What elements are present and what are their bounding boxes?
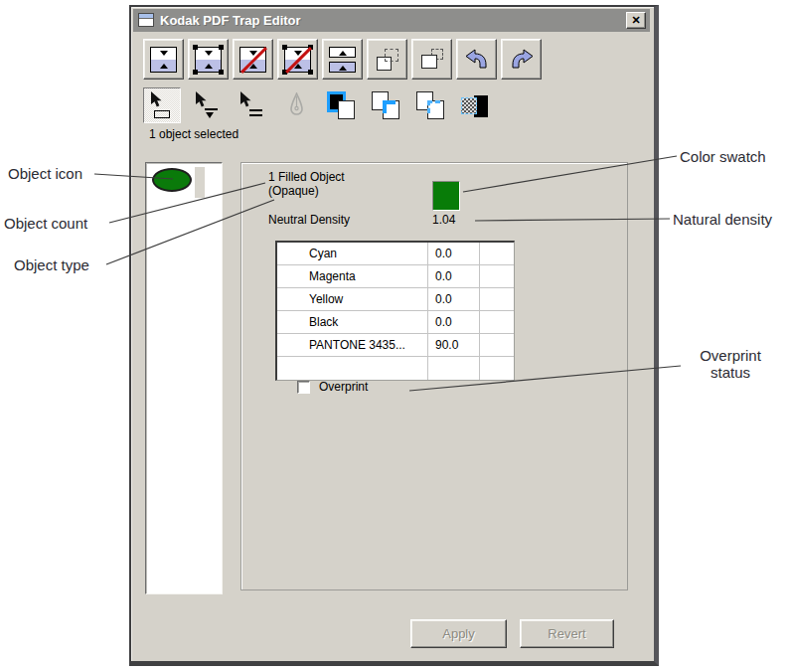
ink-swatch-cell [277, 243, 299, 264]
select-edge-tool[interactable] [233, 87, 270, 123]
ink-extra-cell [479, 265, 514, 287]
pen-tool-icon [287, 92, 306, 118]
selection-status: 1 object selected [149, 127, 238, 141]
pen-tool[interactable] [277, 87, 315, 123]
ink-extra-cell [479, 288, 514, 310]
ink-swatch-cell [277, 265, 299, 287]
overprint-checkbox[interactable] [297, 381, 310, 394]
trap-off-icon [239, 47, 266, 73]
table-row[interactable]: PANTONE 3435... 90.0 [277, 334, 514, 357]
ink-swatch-cell [277, 357, 299, 380]
paste-trap-icon [418, 46, 445, 73]
undo-button[interactable] [456, 39, 497, 80]
ink-extra-cell [479, 334, 514, 356]
object-corner-dashed-tool[interactable] [411, 87, 449, 123]
ink-name: Black [299, 311, 427, 333]
object-mask-tool[interactable] [456, 87, 494, 123]
window-icon [138, 13, 154, 27]
object-corner-tool[interactable] [367, 87, 404, 123]
ink-value [427, 357, 479, 380]
object-type-text: (Opaque) [268, 184, 319, 198]
ink-table: Cyan 0.0 Magenta 0.0 Yellow 0.0 [275, 241, 515, 381]
callout-object-count: Object count [4, 215, 87, 232]
table-row[interactable]: Black 0.0 [277, 311, 514, 334]
callout-color-swatch: Color swatch [680, 148, 766, 165]
trap-zone-selected-button[interactable] [188, 39, 229, 80]
trap-editor-dialog: Kodak PDF Trap Editor ✕ [129, 5, 659, 666]
ink-extra-cell [479, 243, 514, 264]
table-row[interactable]: Magenta 0.0 [277, 265, 514, 288]
trap-zone-button[interactable] [143, 39, 184, 80]
trap-zone-icon [150, 47, 177, 73]
object-details-panel: 1 Filled Object (Opaque) Neutral Density… [240, 162, 628, 590]
object-count-text: 1 Filled Object [268, 170, 345, 184]
ink-extra-cell [479, 311, 514, 333]
ink-name [299, 357, 427, 380]
callout-overprint-line2: status [684, 364, 777, 381]
ink-name: PANTONE 3435... [299, 334, 427, 356]
object-corner-icon [372, 91, 400, 120]
callout-natural-density: Natural density [673, 211, 772, 228]
table-row-empty [277, 357, 514, 380]
callout-overprint-line1: Overprint [684, 347, 777, 364]
table-row[interactable]: Cyan 0.0 [277, 243, 514, 265]
object-front-fill-tool[interactable] [322, 87, 360, 123]
trap-direction-icon [329, 47, 356, 73]
callout-object-icon: Object icon [8, 165, 82, 182]
trap-zone-selected-icon [195, 47, 222, 73]
object-list[interactable] [145, 162, 223, 594]
ink-swatch-cell [277, 334, 299, 356]
paste-trap-button[interactable] [411, 39, 452, 80]
ink-name: Yellow [299, 288, 427, 310]
overprint-label: Overprint [319, 380, 368, 394]
neutral-density-value: 1.04 [432, 213, 455, 227]
trap-off-button[interactable] [233, 39, 273, 80]
select-trap-tool-icon [195, 91, 219, 119]
object-mask-icon [461, 91, 490, 120]
select-object-tool[interactable] [143, 87, 181, 123]
ink-value[interactable]: 0.0 [427, 288, 479, 310]
trap-off-selected-button[interactable] [277, 39, 318, 80]
trap-direction-button[interactable] [322, 39, 363, 80]
select-object-tool-icon [150, 91, 174, 119]
figure-canvas: Kodak PDF Trap Editor ✕ [0, 0, 791, 672]
color-swatch [432, 181, 460, 211]
select-trap-tool[interactable] [188, 87, 226, 123]
redo-icon [510, 49, 534, 70]
revert-button[interactable]: Revert [520, 619, 614, 648]
ink-name: Magenta [299, 265, 427, 287]
object-thumbnail-shadow [195, 167, 205, 198]
redo-button[interactable] [501, 39, 542, 80]
ink-value[interactable]: 0.0 [427, 311, 479, 333]
callout-overprint-status: Overprint status [684, 347, 777, 381]
ink-value[interactable]: 0.0 [427, 265, 479, 287]
window-title: Kodak PDF Trap Editor [160, 13, 301, 28]
ink-swatch-cell [277, 311, 299, 333]
object-thumbnail[interactable] [152, 168, 192, 192]
ink-swatch-cell [277, 288, 299, 310]
toolbar-row1 [143, 39, 542, 80]
table-row[interactable]: Yellow 0.0 [277, 288, 514, 311]
ink-value[interactable]: 90.0 [427, 334, 479, 356]
copy-trap-icon [374, 46, 400, 73]
apply-button[interactable]: Apply [410, 619, 507, 648]
select-edge-tool-icon [239, 91, 263, 119]
trap-off-selected-icon [284, 47, 311, 73]
ink-name: Cyan [299, 243, 427, 264]
toolbar-row2 [143, 87, 494, 123]
copy-trap-button[interactable] [367, 39, 407, 80]
title-bar[interactable]: Kodak PDF Trap Editor ✕ [133, 9, 650, 32]
undo-icon [465, 49, 489, 70]
neutral-density-label: Neutral Density [268, 213, 350, 227]
ink-extra-cell [479, 357, 514, 380]
object-corner-dashed-icon [416, 91, 445, 120]
callout-object-type: Object type [14, 256, 89, 273]
ink-value[interactable]: 0.0 [427, 243, 479, 264]
object-front-fill-icon [327, 91, 356, 120]
close-icon[interactable]: ✕ [626, 12, 646, 29]
